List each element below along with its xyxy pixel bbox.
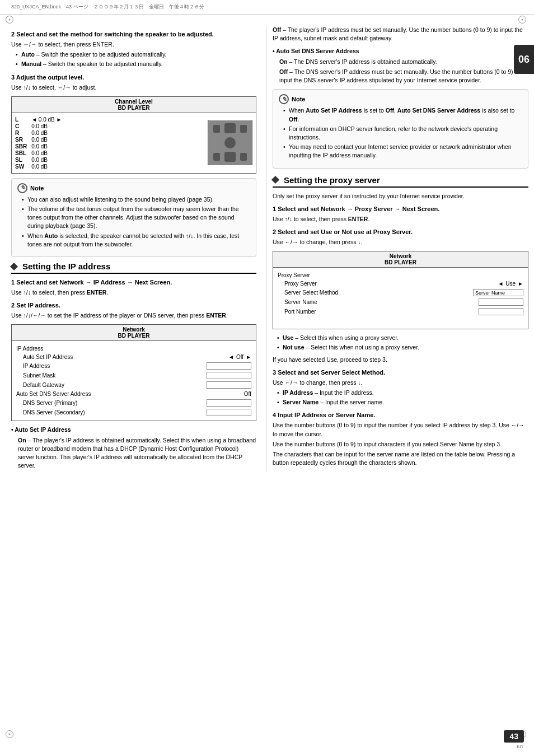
auto-ip-on-text: On – The player's IP address is obtained… bbox=[11, 436, 256, 470]
proxy-row-method: Server Select Method Server Name bbox=[278, 288, 523, 297]
speaker-grid: L ◄ 0.0 dB ► C 0.0 dB R 0.0 dB SR 0.0 dB… bbox=[15, 116, 204, 170]
diamond-icon-ip bbox=[10, 262, 18, 270]
note-item-3: When Auto is selected, the speaker canno… bbox=[22, 232, 250, 249]
ip-input[interactable] bbox=[207, 362, 251, 370]
network-row-dns-secondary: DNS Server (Secondary) bbox=[16, 408, 251, 417]
file-info: 320_UXJCA_EN.book 43 ページ ２００９年２月１３日 金曜日 … bbox=[11, 3, 204, 11]
proxy-server-label: Proxy Server bbox=[284, 281, 317, 287]
server-method-input[interactable]: Server Name bbox=[473, 289, 523, 296]
proxy-arrow-left[interactable]: ◄ bbox=[498, 281, 503, 287]
network-row-ip: IP Address bbox=[16, 361, 251, 371]
gateway-label: Default Gateway bbox=[23, 382, 64, 388]
page-lang: En bbox=[517, 744, 523, 749]
dns-secondary-input[interactable] bbox=[207, 409, 251, 416]
proxy-row-use: Proxy Server ◄ Use ► bbox=[278, 279, 523, 288]
auto-dns-heading: • Auto Set DNS Server Address bbox=[273, 47, 528, 55]
proxy-step2-desc: Use ←/→ to change, then press ↓. bbox=[273, 238, 528, 246]
proxy-step4-heading: 4 Input IP Address or Server Name. bbox=[273, 411, 528, 420]
step2-bullets: Auto – Switch the speaker to be adjusted… bbox=[11, 50, 256, 68]
corner-bl bbox=[6, 730, 16, 740]
server-name-input[interactable] bbox=[479, 298, 523, 306]
auto-ip-arrow-right[interactable]: ► bbox=[246, 354, 251, 360]
network-row-subnet: Subnet Mask bbox=[16, 371, 251, 380]
corner-tl bbox=[6, 16, 16, 26]
proxy-step1-desc: Use ↑/↓ to select, then press ENTER. bbox=[273, 215, 528, 223]
ip-step1-heading: 1 Select and set Network → IP Address → … bbox=[11, 278, 256, 287]
auto-ip-val: Off bbox=[236, 354, 243, 360]
proxy-row-header: Proxy Server bbox=[278, 271, 523, 279]
ch-C-label: C bbox=[15, 123, 27, 129]
svg-rect-4 bbox=[213, 153, 220, 161]
auto-ip-arrow-left[interactable]: ◄ bbox=[228, 354, 234, 360]
svg-rect-3 bbox=[224, 123, 236, 133]
ip-step2-heading: 2 Set IP address. bbox=[11, 301, 256, 310]
channel-level-ui: Channel Level BD PLAYER L ◄ 0.0 dB ► C 0… bbox=[11, 96, 256, 174]
note-box-1: ✎ Note You can also adjust while listeni… bbox=[11, 178, 256, 257]
ch-SL-val: 0.0 dB bbox=[31, 157, 204, 163]
proxy-bullet-notuse: Not use – Select this when not using a p… bbox=[277, 343, 528, 352]
ch-L-val: ◄ 0.0 dB ► bbox=[31, 116, 204, 123]
note-label-right: Note bbox=[292, 96, 305, 102]
step2-desc: Use ←/→ to select, then press ENTER. bbox=[11, 40, 256, 49]
ch-SW-val: 0.0 dB bbox=[31, 164, 204, 170]
svg-rect-2 bbox=[240, 125, 247, 133]
proxy-ui-title: Network BD PLAYER bbox=[273, 251, 528, 268]
ch-SR-val: 0.0 dB bbox=[31, 137, 204, 143]
network-row-ip-header: IP Address bbox=[16, 344, 251, 353]
ch-SBR-label: SBR bbox=[15, 143, 27, 150]
ch-SR-label: SR bbox=[15, 137, 27, 143]
ch-R-val: 0.0 dB bbox=[31, 130, 204, 136]
note-icon-right: ✎ bbox=[279, 94, 289, 104]
note-box-right: ✎ Note When Auto Set IP Address is set t… bbox=[273, 89, 528, 168]
proxy-step3-ip: IP Address – Input the IP address. bbox=[277, 389, 528, 397]
port-input[interactable] bbox=[479, 308, 523, 315]
proxy-arrow-right[interactable]: ► bbox=[518, 281, 523, 287]
channel-level-right bbox=[208, 116, 252, 170]
dns-secondary-label: DNS Server (Secondary) bbox=[23, 409, 85, 416]
dns-primary-input[interactable] bbox=[207, 399, 251, 407]
ch-SW-label: SW bbox=[15, 164, 27, 170]
auto-ip-heading: • Auto Set IP Address bbox=[11, 426, 256, 434]
diamond-icon-proxy bbox=[271, 176, 279, 184]
subnet-input[interactable] bbox=[207, 372, 251, 379]
ch-SL-label: SL bbox=[15, 157, 27, 163]
proxy-step4-text1: Use the number buttons (0 to 9) to input… bbox=[273, 421, 528, 438]
gateway-input[interactable] bbox=[207, 381, 251, 389]
corner-tr bbox=[518, 16, 528, 26]
svg-point-7 bbox=[224, 137, 236, 148]
network-row-dns-primary: DNS Server (Primary) bbox=[16, 398, 251, 408]
note-right-3: You may need to contact your Internet se… bbox=[283, 143, 522, 160]
header-bar: 320_UXJCA_EN.book 43 ページ ２００９年２月１３日 金曜日 … bbox=[0, 0, 534, 15]
main-content: 2 Select and set the method for switchin… bbox=[0, 15, 534, 483]
proxy-if-use: If you have selected Use, proceed to ste… bbox=[273, 356, 528, 364]
dns-primary-label: DNS Server (Primary) bbox=[23, 400, 77, 406]
proxy-step3-bullets: IP Address – Input the IP address. Serve… bbox=[273, 389, 528, 407]
setting-proxy-title: Setting the proxy server bbox=[284, 175, 380, 185]
setting-ip-title: Setting the IP address bbox=[22, 262, 110, 271]
ch-C-val: 0.0 dB bbox=[31, 123, 204, 129]
note-header-1: ✎ Note bbox=[17, 183, 250, 193]
note-right-1: When Auto Set IP Address is set to Off, … bbox=[283, 106, 522, 123]
proxy-row-port: Port Number bbox=[278, 307, 523, 316]
proxy-step1-heading: 1 Select and set Network → Proxy Server … bbox=[273, 205, 528, 214]
note-right-2: For information on DHCP server function,… bbox=[283, 125, 522, 142]
ip-step2-desc: Use ↑/↓/←/→ to set the IP address of the… bbox=[11, 311, 256, 320]
proxy-bullet-use: Use – Select this when using a proxy ser… bbox=[277, 334, 528, 342]
proxy-step2-heading: 2 Select and set Use or Not use at Proxy… bbox=[273, 228, 528, 237]
channel-level-left: L ◄ 0.0 dB ► C 0.0 dB R 0.0 dB SR 0.0 dB… bbox=[15, 116, 204, 170]
subnet-label: Subnet Mask bbox=[23, 372, 55, 379]
server-name-label: Server Name bbox=[284, 299, 317, 305]
note-header-right: ✎ Note bbox=[279, 94, 522, 104]
auto-ip-off-text: Off – The player's IP address must be se… bbox=[273, 26, 528, 43]
page: 320_UXJCA_EN.book 43 ページ ２００９年２月１３日 金曜日 … bbox=[0, 0, 534, 756]
server-method-label: Server Select Method bbox=[284, 290, 338, 296]
network-row-dns-auto: Auto Set DNS Server Address Off bbox=[16, 390, 251, 398]
auto-ip-value: ◄ Off ► bbox=[228, 354, 251, 360]
ch-SBR-val: 0.0 dB bbox=[31, 143, 204, 150]
network-row-gateway: Default Gateway bbox=[16, 380, 251, 390]
proxy-ui-content: Proxy Server Proxy Server ◄ Use ► Server… bbox=[273, 268, 528, 329]
svg-rect-1 bbox=[213, 125, 220, 133]
note-list-right: When Auto Set IP Address is set to Off, … bbox=[279, 106, 522, 160]
network-ip-header-label: IP Address bbox=[16, 346, 43, 352]
network-row-auto-ip: Auto Set IP Address ◄ Off ► bbox=[16, 353, 251, 361]
